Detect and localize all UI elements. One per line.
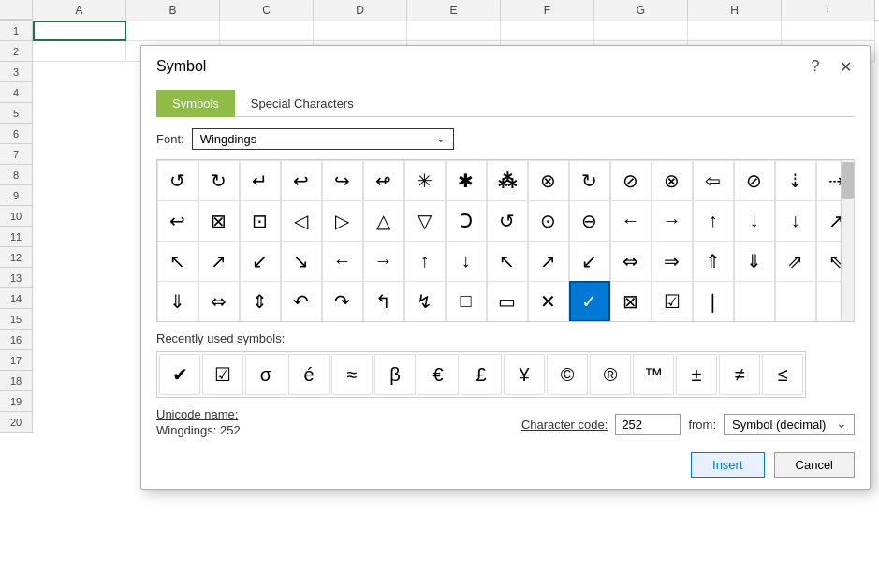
symbol-cell[interactable]: ⇔ <box>198 281 240 322</box>
symbol-cell[interactable]: ↵ <box>240 160 281 201</box>
tab-symbols[interactable]: Symbols <box>156 90 235 117</box>
symbol-cell[interactable]: ☑ <box>652 281 693 322</box>
row-num-3[interactable]: 3 <box>0 62 33 82</box>
recent-cell-plusminus[interactable]: ± <box>676 354 717 395</box>
symbol-cell[interactable]: □ <box>446 281 487 322</box>
symbol-cell[interactable]: ▷ <box>322 200 363 242</box>
from-select[interactable]: Symbol (decimal) Unicode (hex) ASCII (de… <box>724 414 855 435</box>
row-num-19[interactable]: 19 <box>0 391 33 412</box>
cell-b1[interactable] <box>126 21 220 41</box>
help-button[interactable]: ? <box>802 53 828 80</box>
symbol-cell[interactable]: ⊠ <box>198 200 240 242</box>
row-num-17[interactable]: 17 <box>0 350 33 371</box>
row-num-10[interactable]: 10 <box>0 206 33 227</box>
row-num-16[interactable]: 16 <box>0 330 33 350</box>
symbol-cell[interactable]: ↻ <box>569 160 610 201</box>
row-num-13[interactable]: 13 <box>0 268 33 288</box>
symbol-cell[interactable]: ✱ <box>446 160 487 201</box>
row-num-4[interactable]: 4 <box>0 82 33 103</box>
row-num-6[interactable]: 6 <box>0 124 33 144</box>
cell-a2[interactable] <box>33 41 126 62</box>
symbol-cell[interactable]: ◁ <box>281 200 322 242</box>
col-header-a[interactable]: A <box>33 0 126 21</box>
recent-cell-beta[interactable]: β <box>374 354 416 395</box>
symbol-cell[interactable]: ⊘ <box>734 160 775 201</box>
symbol-cell[interactable] <box>734 281 775 322</box>
symbol-cell[interactable]: ⇣ <box>775 160 816 201</box>
symbol-cell[interactable]: ⊘ <box>610 160 652 201</box>
font-select[interactable]: Wingdings Arial Symbol Webdings <box>192 128 454 150</box>
recent-cell-yen[interactable]: ¥ <box>504 354 545 395</box>
symbol-cell[interactable]: ⊖ <box>569 200 610 242</box>
row-num-7[interactable]: 7 <box>0 144 33 165</box>
close-button[interactable]: ✕ <box>832 53 858 80</box>
cell-h1[interactable] <box>688 21 782 41</box>
symbol-cell[interactable]: Ↄ <box>446 200 487 242</box>
row-num-8[interactable]: 8 <box>0 165 33 185</box>
symbol-cell[interactable]: ↑ <box>693 200 734 242</box>
recent-cell-approx[interactable]: ≈ <box>331 354 373 395</box>
symbol-cell[interactable]: ▽ <box>404 200 446 242</box>
symbol-cell[interactable]: ← <box>610 200 652 242</box>
recent-cell-sigma[interactable]: σ <box>245 354 286 395</box>
symbol-cell[interactable]: ⇔ <box>610 241 652 282</box>
col-header-c[interactable]: C <box>220 0 314 21</box>
symbol-cell[interactable]: ↓ <box>446 241 487 282</box>
symbol-cell[interactable]: ↯ <box>404 281 446 322</box>
cell-f1[interactable] <box>501 21 594 41</box>
recent-cell-eaccent[interactable]: é <box>288 354 330 395</box>
symbol-cell[interactable]: ↑ <box>404 241 446 282</box>
symbol-cell[interactable]: ↘ <box>281 241 322 282</box>
symbol-cell[interactable]: ↺ <box>157 160 198 201</box>
symbol-cell[interactable]: ⊗ <box>528 160 569 201</box>
symbol-cell[interactable]: ⇒ <box>652 241 693 282</box>
symbol-cell[interactable]: ⇦ <box>693 160 734 201</box>
symbol-cell[interactable]: ⊡ <box>240 200 281 242</box>
col-header-e[interactable]: E <box>407 0 501 21</box>
symbol-cell[interactable]: ↫ <box>363 160 404 201</box>
recent-cell-tm[interactable]: ™ <box>633 354 674 395</box>
symbol-cell[interactable]: ↗ <box>528 241 569 282</box>
symbol-cell[interactable]: ↪ <box>322 160 363 201</box>
col-header-d[interactable]: D <box>314 0 407 21</box>
recent-cell-checkbox[interactable]: ☑ <box>202 354 243 395</box>
symbol-cell[interactable]: ↩ <box>281 160 322 201</box>
row-num-12[interactable]: 12 <box>0 247 33 268</box>
recent-cell-registered[interactable]: ® <box>590 354 631 395</box>
symbol-cell[interactable]: ⊗ <box>652 160 693 201</box>
symbol-cell[interactable]: ↰ <box>363 281 404 322</box>
symbol-cell[interactable]: ↗ <box>198 241 240 282</box>
row-num-14[interactable]: 14 <box>0 288 33 309</box>
symbol-cell[interactable]: ↖ <box>157 241 198 282</box>
symbol-cell-selected[interactable]: ✓ <box>569 281 610 322</box>
symbol-cell[interactable]: ↓ <box>734 200 775 242</box>
symbol-cell[interactable]: ⇓ <box>157 281 198 322</box>
symbol-cell[interactable]: ✳ <box>404 160 446 201</box>
tab-special-characters[interactable]: Special Characters <box>235 90 370 117</box>
row-num-20[interactable]: 20 <box>0 412 33 433</box>
symbol-cell[interactable]: ⇗ <box>775 241 816 282</box>
cell-i1[interactable] <box>782 21 875 41</box>
symbol-cell[interactable]: ↷ <box>322 281 363 322</box>
symbol-cell[interactable]: ▭ <box>487 281 528 322</box>
symbols-scrollbar[interactable] <box>841 160 854 321</box>
recent-cell-notequal[interactable]: ≠ <box>719 354 760 395</box>
symbol-cell[interactable]: ↖ <box>487 241 528 282</box>
symbol-cell[interactable]: ⇑ <box>693 241 734 282</box>
cell-d1[interactable] <box>314 21 407 41</box>
symbol-cell[interactable]: → <box>652 200 693 242</box>
symbol-cell[interactable]: ⊙ <box>528 200 569 242</box>
col-header-g[interactable]: G <box>594 0 688 21</box>
col-header-i[interactable]: I <box>782 0 875 21</box>
symbol-cell[interactable]: ↶ <box>281 281 322 322</box>
cell-e1[interactable] <box>407 21 501 41</box>
recent-cell-checkmark[interactable]: ✔ <box>159 354 200 395</box>
row-num-5[interactable]: 5 <box>0 103 33 124</box>
symbol-cell[interactable]: ← <box>322 241 363 282</box>
row-num-2[interactable]: 2 <box>0 41 33 62</box>
symbol-cell[interactable] <box>775 281 816 322</box>
row-num-18[interactable]: 18 <box>0 371 33 391</box>
row-num-11[interactable]: 11 <box>0 227 33 247</box>
symbol-cell[interactable]: → <box>363 241 404 282</box>
recent-cell-euro[interactable]: € <box>418 354 459 395</box>
